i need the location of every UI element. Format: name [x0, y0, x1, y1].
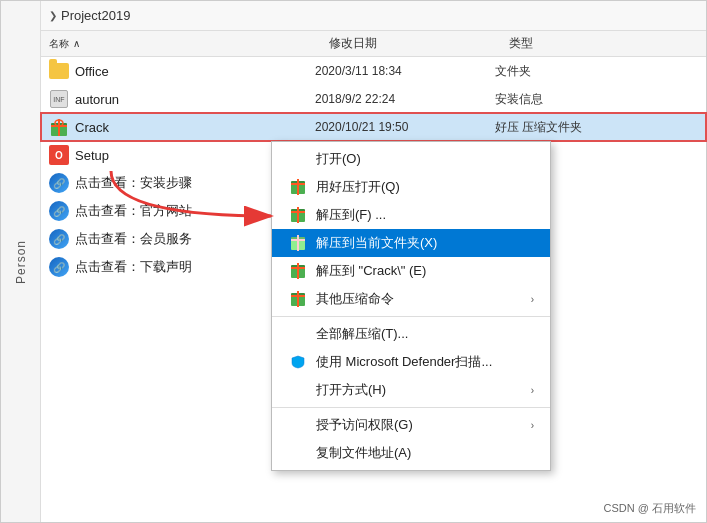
file-date: 2018/9/2 22:24 [315, 92, 495, 106]
ctx-copy-path-label: 复制文件地址(A) [316, 444, 534, 462]
svg-rect-21 [291, 267, 305, 269]
ctx-haozip-open-label: 用好压打开(Q) [316, 178, 534, 196]
autorun-icon: INF [49, 89, 69, 109]
sidebar-strip: Person [1, 1, 41, 522]
file-type: 安装信息 [495, 91, 645, 108]
ctx-open-with[interactable]: 打开方式(H) › [272, 376, 550, 404]
link-icon: 🔗 [49, 229, 69, 249]
file-name: Crack [75, 120, 315, 135]
file-date: 2020/10/21 19:50 [315, 120, 495, 134]
ctx-defender-label: 使用 Microsoft Defender扫描... [316, 353, 534, 371]
file-type: 好压 压缩文件夹 [495, 119, 645, 136]
compress-icon [288, 289, 308, 309]
ctx-other-compress[interactable]: 其他压缩命令 › [272, 285, 550, 313]
breadcrumb-arrow-icon: ❯ [49, 10, 57, 21]
submenu-arrow-3-icon: › [531, 420, 534, 431]
svg-rect-12 [297, 207, 299, 223]
ctx-extract-here[interactable]: 解压到当前文件夹(X) [272, 229, 550, 257]
ctx-extract-crack-label: 解压到 "Crack\" (E) [316, 262, 534, 280]
svg-rect-25 [291, 295, 305, 297]
ctx-other-compress-label: 其他压缩命令 [316, 290, 531, 308]
col-header-name[interactable]: 名称 ∧ [49, 37, 329, 51]
ctx-extract-to[interactable]: 解压到(F) ... [272, 201, 550, 229]
file-item-autorun[interactable]: INF autorun 2018/9/2 22:24 安装信息 [41, 85, 706, 113]
open-icon [288, 149, 308, 169]
sort-arrow-icon: ∧ [73, 38, 80, 49]
file-type: 文件夹 [495, 63, 645, 80]
ctx-copy-path[interactable]: 复制文件地址(A) [272, 439, 550, 467]
ctx-open-label: 打开(O) [316, 150, 534, 168]
breadcrumb-bar: ❯ Project2019 [41, 1, 706, 31]
submenu-arrow-2-icon: › [531, 385, 534, 396]
svg-rect-20 [297, 263, 299, 279]
link-icon: 🔗 [49, 257, 69, 277]
column-headers: 名称 ∧ 修改日期 类型 [41, 31, 706, 57]
file-item-crack[interactable]: Crack 2020/10/21 19:50 好压 压缩文件夹 [41, 113, 706, 141]
svg-rect-17 [291, 239, 305, 241]
explorer-window: Person ❯ Project2019 名称 ∧ 修改日期 类型 Office [0, 0, 707, 523]
svg-rect-13 [291, 211, 305, 213]
extract-all-icon [288, 324, 308, 344]
watermark: CSDN @ 石用软件 [604, 501, 696, 516]
ctx-defender[interactable]: 使用 Microsoft Defender扫描... [272, 348, 550, 376]
grant-access-icon [288, 415, 308, 435]
folder-icon [49, 61, 69, 81]
ctx-open-with-label: 打开方式(H) [316, 381, 531, 399]
extract-here-icon [288, 233, 308, 253]
open-with-icon [288, 380, 308, 400]
breadcrumb-text: Project2019 [61, 8, 130, 23]
svg-rect-24 [297, 291, 299, 307]
ctx-haozip-open[interactable]: 用好压打开(Q) [272, 173, 550, 201]
link-icon: 🔗 [49, 173, 69, 193]
svg-rect-16 [297, 235, 299, 251]
svg-rect-8 [297, 179, 299, 195]
ctx-extract-to-label: 解压到(F) ... [316, 206, 534, 224]
ctx-extract-here-label: 解压到当前文件夹(X) [316, 234, 534, 252]
gift-icon [49, 117, 69, 137]
extract-icon [288, 205, 308, 225]
col-header-date[interactable]: 修改日期 [329, 35, 509, 52]
defender-icon [288, 352, 308, 372]
ctx-separator-2 [272, 407, 550, 408]
sidebar-label: Person [14, 239, 28, 283]
file-name: autorun [75, 92, 315, 107]
extract-crack-icon [288, 261, 308, 281]
setup-icon: O [49, 145, 69, 165]
haozip-icon [288, 177, 308, 197]
file-date: 2020/3/11 18:34 [315, 64, 495, 78]
context-menu: 打开(O) 用好压打开(Q) [271, 141, 551, 471]
ctx-extract-all[interactable]: 全部解压缩(T)... [272, 320, 550, 348]
ctx-grant-access[interactable]: 授予访问权限(G) › [272, 411, 550, 439]
col-header-type[interactable]: 类型 [509, 35, 659, 52]
link-icon: 🔗 [49, 201, 69, 221]
ctx-open[interactable]: 打开(O) [272, 145, 550, 173]
file-item-office[interactable]: Office 2020/3/11 18:34 文件夹 [41, 57, 706, 85]
svg-rect-2 [58, 119, 60, 136]
ctx-grant-access-label: 授予访问权限(G) [316, 416, 531, 434]
ctx-separator-1 [272, 316, 550, 317]
ctx-extract-crack[interactable]: 解压到 "Crack\" (E) [272, 257, 550, 285]
copy-path-icon [288, 443, 308, 463]
svg-rect-9 [291, 183, 305, 185]
submenu-arrow-icon: › [531, 294, 534, 305]
ctx-extract-all-label: 全部解压缩(T)... [316, 325, 534, 343]
file-name: Office [75, 64, 315, 79]
